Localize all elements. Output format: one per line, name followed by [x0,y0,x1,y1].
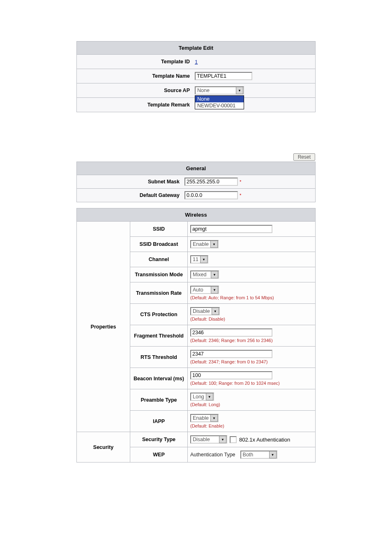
subnet-mask-row: Subnet Mask * [77,175,315,189]
chevron-down-icon: ▼ [269,451,277,458]
channel-label: Channel [130,252,188,267]
source-ap-option-none[interactable]: None [195,96,244,102]
chevron-down-icon: ▼ [210,240,218,248]
transmission-rate-hint: (Default: Auto; Range: from 1 to 54 Mbps… [190,295,274,300]
fragment-threshold-label: Fragment Threshold [130,325,188,347]
cts-protection-select[interactable]: Disable ▼ [190,307,220,315]
reset-button[interactable]: Reset [293,153,315,161]
channel-select[interactable]: 11 ▼ [190,255,208,264]
chevron-down-icon: ▼ [211,271,218,278]
general-panel: General Subnet Mask * Default Gateway * [76,162,316,202]
chevron-down-icon: ▼ [236,87,243,94]
beacon-interval-input[interactable] [190,371,272,379]
default-gateway-label: Default Gateway [77,189,182,201]
chevron-down-icon: ▼ [206,393,213,400]
template-id-label: Template ID [77,55,192,69]
security-type-select[interactable]: Disable ▼ [190,435,227,444]
ssid-broadcast-select[interactable]: Enable ▼ [190,240,219,248]
auth-type-label: Authentication Type [190,452,235,458]
preamble-type-hint: (Default: Long) [190,402,220,407]
8021x-label: 802.1x Authentication [239,437,290,443]
general-title: General [77,162,315,175]
ssid-broadcast-label: SSID Broadcast [130,237,188,252]
8021x-checkbox[interactable] [230,436,237,443]
beacon-interval-hint: (Default: 100; Range: from 20 to 1024 ms… [190,381,280,386]
reset-bar: Reset [77,153,315,162]
cts-protection-hint: (Default: Disable) [190,317,225,321]
transmission-rate-label: Transmission Rate [130,282,188,304]
rts-threshold-hint: (Default: 2347; Range: from 0 to 2347) [190,359,267,364]
wep-label: WEP [130,447,188,462]
iapp-hint: (Default: Enable) [190,423,224,428]
source-ap-option-newdev[interactable]: NEWDEV-00001 [195,102,244,109]
fragment-threshold-input[interactable] [190,328,272,337]
transmission-mode-select[interactable]: Mixed ▼ [190,271,219,279]
transmission-mode-label: Transmission Mode [130,267,188,282]
subnet-mask-label: Subnet Mask [77,176,182,188]
template-edit-panel: Template Edit Template ID 1 Template Nam… [76,41,316,112]
properties-group: Properties [77,222,130,432]
chevron-down-icon: ▼ [210,414,218,422]
chevron-down-icon: ▼ [211,286,218,294]
beacon-interval-label: Beacon Interval (ms) [130,368,188,389]
source-ap-select[interactable]: None ▼ [195,86,244,95]
wireless-title: Wireless [77,208,315,222]
template-edit-title: Template Edit [77,42,315,55]
transmission-rate-select[interactable]: Auto ▼ [190,286,219,294]
required-star-icon: * [240,193,241,198]
ssid-input[interactable] [190,225,272,233]
fragment-threshold-hint: (Default: 2346; Range: from 256 to 2346) [190,338,273,343]
cts-protection-label: CTS Protection [130,304,188,325]
rts-threshold-input[interactable] [190,350,272,358]
template-id-link[interactable]: 1 [195,59,198,65]
chevron-down-icon: ▼ [200,256,208,263]
required-star-icon: * [240,179,241,184]
rts-threshold-label: RTS Threshold [130,347,188,368]
security-type-label: Security Type [130,432,188,447]
source-ap-label: Source AP [77,83,192,97]
template-name-label: Template Name [77,69,192,83]
subnet-mask-input[interactable] [184,178,238,186]
preamble-type-label: Preamble Type [130,389,188,411]
auth-type-select[interactable]: Both ▼ [240,451,277,459]
security-group: Security [77,432,130,462]
chevron-down-icon: ▼ [219,436,226,443]
template-remark-label: Template Remark [77,98,192,112]
wireless-panel: Wireless Properties SSID SSID Broadcast … [76,208,316,462]
source-ap-row: Source AP None ▼ None NEWDEV-00001 [77,83,315,98]
source-ap-dropdown[interactable]: None NEWDEV-00001 [195,95,244,109]
chevron-down-icon: ▼ [212,308,219,315]
template-name-row: Template Name [77,69,315,83]
iapp-select[interactable]: Enable ▼ [190,414,219,422]
default-gateway-input[interactable] [184,191,238,199]
iapp-label: IAPP [130,411,188,432]
template-name-input[interactable] [195,72,252,80]
template-id-row: Template ID 1 [77,55,315,69]
ssid-label: SSID [130,222,188,237]
preamble-type-select[interactable]: Long ▼ [190,393,214,401]
default-gateway-row: Default Gateway * [77,189,315,202]
